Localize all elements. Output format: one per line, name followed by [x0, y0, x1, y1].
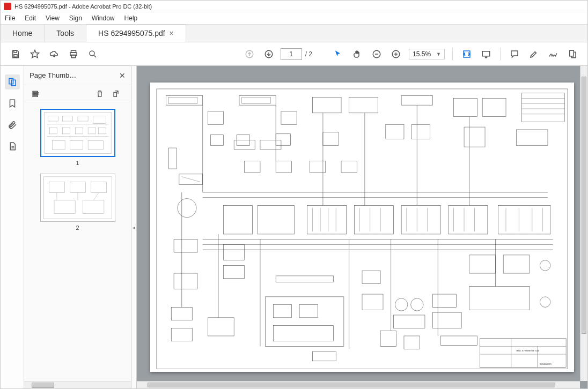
svg-rect-72: [323, 132, 339, 145]
menu-sign[interactable]: Sign: [69, 14, 82, 22]
thumbnail-hscrollbar[interactable]: [24, 381, 131, 388]
thumbnail-header: Page Thumb… ✕: [24, 66, 131, 85]
toolbar: 1 / 2 15.5%▼: [1, 42, 587, 66]
svg-rect-115: [276, 276, 333, 282]
svg-rect-61: [482, 98, 506, 116]
svg-rect-25: [33, 93, 38, 94]
document-area[interactable]: HYD. SYSTEM TM 7556 6294995075: [137, 66, 587, 388]
hand-tool-icon[interactable]: [349, 46, 366, 63]
svg-rect-120: [171, 307, 192, 320]
svg-rect-123: [362, 271, 380, 283]
svg-rect-137: [404, 336, 420, 349]
svg-rect-24: [33, 91, 38, 92]
svg-rect-90: [401, 205, 440, 234]
bookmark-icon[interactable]: [5, 96, 20, 111]
document-properties-icon[interactable]: [5, 139, 20, 154]
fit-width-icon[interactable]: [458, 46, 475, 63]
page-down-icon[interactable]: [260, 46, 277, 63]
svg-rect-77: [168, 148, 177, 169]
tab-home[interactable]: Home: [1, 25, 45, 42]
svg-rect-54: [168, 98, 197, 104]
tab-document[interactable]: HS 6294995075.pdf ×: [86, 24, 186, 42]
svg-rect-19: [570, 50, 574, 56]
menu-window[interactable]: Window: [92, 14, 115, 22]
collapse-handle[interactable]: ◂: [131, 66, 137, 388]
search-icon[interactable]: [84, 46, 101, 63]
tab-bar: Home Tools HS 6294995075.pdf ×: [1, 24, 587, 42]
thumbnail-list: 1 2: [24, 102, 131, 381]
page-up-icon[interactable]: [241, 46, 258, 63]
zoom-select[interactable]: 15.5%▼: [409, 49, 445, 59]
save-icon[interactable]: [7, 46, 24, 63]
menu-bar: File Edit View Sign Window Help: [1, 12, 587, 24]
svg-rect-82: [310, 161, 326, 172]
page-input[interactable]: 1: [281, 48, 302, 60]
svg-rect-84: [234, 140, 255, 149]
svg-rect-91: [449, 205, 488, 234]
thumbnails-icon[interactable]: [5, 74, 20, 89]
zoom-in-icon[interactable]: [387, 46, 405, 63]
svg-rect-132: [469, 286, 530, 310]
sign-icon[interactable]: [545, 46, 562, 63]
svg-rect-80: [245, 161, 260, 172]
svg-rect-46: [91, 182, 106, 193]
horizontal-scrollbar[interactable]: [137, 381, 580, 388]
tab-tools[interactable]: Tools: [45, 25, 86, 42]
cloud-icon[interactable]: [46, 46, 63, 63]
svg-rect-33: [49, 128, 57, 133]
svg-point-126: [411, 298, 423, 311]
svg-rect-71: [276, 134, 290, 145]
options-icon[interactable]: [30, 87, 42, 100]
thumbnail-page-2[interactable]: 2: [40, 174, 115, 231]
title-bar: HS 6294995075.pdf - Adobe Acrobat Pro DC…: [1, 1, 587, 12]
menu-edit[interactable]: Edit: [25, 14, 36, 22]
svg-rect-69: [210, 135, 223, 145]
svg-rect-34: [62, 128, 70, 133]
svg-rect-127: [393, 315, 424, 328]
svg-rect-135: [440, 336, 477, 346]
more-tools-icon[interactable]: [564, 46, 581, 63]
app-icon: [4, 3, 11, 10]
svg-rect-58: [349, 98, 378, 113]
svg-rect-27: [114, 92, 116, 96]
menu-view[interactable]: View: [46, 14, 60, 22]
svg-rect-131: [503, 255, 530, 273]
pdf-page: HYD. SYSTEM TM 7556 6294995075: [150, 83, 574, 372]
svg-rect-85: [260, 140, 281, 149]
svg-rect-48: [83, 200, 104, 213]
comment-icon[interactable]: [506, 46, 523, 63]
menu-help[interactable]: Help: [124, 14, 138, 22]
svg-point-6: [90, 51, 94, 56]
svg-rect-44: [49, 182, 64, 193]
close-icon[interactable]: ×: [170, 29, 174, 38]
svg-rect-111: [174, 240, 197, 252]
vertical-scrollbar[interactable]: [580, 66, 587, 381]
menu-file[interactable]: File: [5, 14, 15, 22]
svg-rect-74: [412, 124, 430, 139]
delete-icon[interactable]: [93, 87, 106, 100]
close-panel-icon[interactable]: ✕: [119, 71, 126, 80]
rotate-icon[interactable]: [109, 87, 122, 100]
svg-rect-136: [380, 331, 396, 346]
thumbnail-page-1[interactable]: 1: [40, 109, 115, 166]
svg-rect-124: [362, 294, 383, 310]
svg-rect-40: [88, 140, 104, 149]
star-icon[interactable]: [26, 46, 43, 63]
zoom-out-icon[interactable]: [368, 46, 385, 63]
svg-rect-121: [171, 328, 192, 341]
highlight-icon[interactable]: [525, 46, 542, 63]
read-mode-icon[interactable]: [477, 46, 495, 63]
svg-rect-62: [521, 93, 564, 122]
print-icon[interactable]: [65, 46, 82, 63]
svg-rect-59: [401, 96, 432, 106]
svg-rect-139: [480, 339, 566, 368]
svg-rect-128: [433, 294, 457, 307]
svg-rect-76: [517, 130, 548, 145]
svg-rect-38: [52, 140, 65, 149]
attachment-icon[interactable]: [5, 117, 20, 132]
nav-rail: [1, 66, 24, 388]
svg-point-110: [178, 199, 196, 218]
selection-tool-icon[interactable]: [329, 46, 347, 63]
svg-rect-112: [224, 244, 245, 260]
svg-rect-113: [224, 265, 245, 278]
